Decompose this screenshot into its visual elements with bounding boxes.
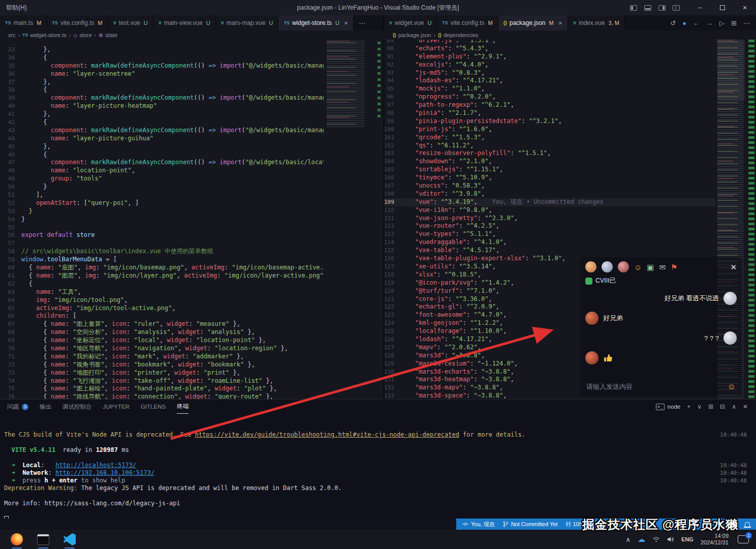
editor-tab-mars-map.vue[interactable]: Vmars-map.vueU	[216, 15, 279, 30]
run-icon[interactable]: ▷	[719, 19, 724, 27]
editor-tab-widget.vue[interactable]: Vwidget.vueU	[384, 15, 437, 30]
avatar[interactable]	[618, 261, 629, 272]
image-icon[interactable]: ▣	[647, 263, 654, 271]
tab-overflow-button[interactable]: ⋯	[354, 15, 370, 30]
blue-dot-icon[interactable]: ●	[682, 19, 686, 27]
code-line-110: 110 "vue-i18n": "^9.8.0",	[384, 206, 715, 215]
chat-overlay: ☺ ▣ ✉ ⚑ ✕ CVIII已 好兄弟 看透不说透好兄弟? ? ? 请输入发送…	[580, 257, 742, 396]
notifications-bell-icon[interactable]	[745, 522, 750, 527]
emoji-icon[interactable]: ☺	[634, 263, 642, 271]
tab-group-right: Vwidget.vueUTSvite.config.tsM{}package.j…	[384, 15, 756, 30]
editor-tab-widget-store.ts[interactable]: TSwidget-store.tsU✕	[278, 15, 354, 30]
code-line-95: 95 "mockjs": "^1.1.0",	[384, 85, 715, 93]
editor-pane-left[interactable]: 33 },34 {35 component: markRaw(defineAsy…	[0, 40, 384, 399]
close-tab-icon[interactable]: ✕	[558, 20, 562, 26]
terminal-instance[interactable]: >_ node	[656, 404, 680, 410]
editor-tab-bar: TSmain.tsMTSvite.config.tsMVtest.vueUVma…	[0, 15, 756, 30]
terminal-app-icon[interactable]	[37, 533, 50, 546]
split-terminal-icon[interactable]: ⊞	[708, 403, 713, 410]
editor-tab-vite.config.ts[interactable]: TSvite.config.tsM	[47, 15, 108, 30]
status-item[interactable]: You, 现在	[462, 521, 495, 528]
maximize-button[interactable]	[711, 0, 734, 15]
code-line-56: 56export default store	[0, 231, 324, 239]
toggle-panel-icon[interactable]	[644, 5, 651, 11]
editor-tab-main.ts[interactable]: TSmain.tsM	[0, 15, 47, 30]
status-item[interactable]: Not Committed Yet	[503, 521, 558, 527]
chat-input[interactable]: 请输入发送内容 ☺	[586, 382, 736, 391]
line-number: 58	[0, 248, 21, 256]
toggle-secondary-sidebar-icon[interactable]	[658, 5, 666, 11]
chat-header-label: CVIII已	[595, 277, 616, 285]
panel-tab-输出[interactable]: 输出	[40, 400, 51, 414]
editor-tab-test.vue[interactable]: Vtest.vueU	[108, 15, 153, 30]
breadcrumb-item-dependencies[interactable]: {}dependencies	[438, 32, 478, 38]
line-number: 34	[0, 54, 21, 62]
breadcrumb-item-src[interactable]: src	[8, 32, 16, 38]
line-number: 70	[0, 345, 21, 353]
forward-icon[interactable]: →	[706, 19, 713, 27]
browser-app-icon[interactable]	[10, 533, 23, 546]
close-tab-icon[interactable]: ✕	[344, 20, 348, 26]
breadcrumb-item-package.json[interactable]: {}package.json	[393, 32, 431, 38]
breadcrumb-label: widget-store.ts	[30, 32, 67, 38]
code-text: "vue-types": "^5.1.1",	[400, 230, 496, 238]
customize-layout-icon[interactable]	[673, 5, 680, 11]
code-line-35: 35 component: markRaw(defineAsyncCompone…	[0, 62, 324, 70]
close-chat-icon[interactable]: ✕	[730, 263, 737, 271]
new-terminal-icon[interactable]: +	[687, 403, 690, 410]
avatar[interactable]	[585, 261, 596, 272]
tray-clock[interactable]: 14:09 2024/12/31	[701, 533, 729, 546]
panel-tab-问题[interactable]: 问题3	[7, 400, 28, 414]
menu-help[interactable]: 帮助(H)	[0, 0, 33, 15]
terminal-output[interactable]: The CJS build of Vite's Node API is depr…	[0, 414, 756, 518]
panel-tabs: 问题3输出调试控制台JUPYTERGITLENS终端	[7, 400, 188, 414]
input-language[interactable]: ENG	[681, 536, 694, 542]
history-icon[interactable]: ↺	[670, 19, 676, 27]
terminal-picker-icon[interactable]: ∨	[697, 403, 702, 410]
minimap[interactable]	[327, 41, 367, 128]
line-number: 65	[0, 304, 21, 313]
editor-tab-main-view.vue[interactable]: Vmain-view.vueU	[153, 15, 216, 30]
wifi-icon[interactable]	[652, 536, 660, 542]
minimap-viewport[interactable]	[717, 41, 745, 101]
line-number: 68	[0, 328, 21, 337]
message-icon[interactable]: ✉	[659, 263, 666, 271]
more-actions-icon[interactable]: ⋯	[743, 19, 750, 27]
pin-icon[interactable]: ⚑	[671, 263, 677, 271]
editor-tab-vite.config.ts[interactable]: TSvite.config.tsM	[437, 15, 498, 30]
line-number: 74	[0, 377, 21, 385]
code-text: "mars3d-echarts": "~3.8.8",	[400, 368, 514, 376]
maximize-panel-icon[interactable]: ∧	[732, 403, 736, 410]
tray-expand-icon[interactable]: ∧	[626, 536, 631, 543]
git-status-badge: U	[269, 20, 273, 26]
panel-tab-调试控制台[interactable]: 调试控制台	[62, 400, 92, 414]
cloud-sync-icon[interactable]: ☁	[638, 535, 645, 544]
editor-tab-package.json[interactable]: {}package.jsonM✕	[498, 15, 568, 30]
kill-terminal-icon[interactable]: ⊟	[720, 403, 725, 410]
breadcrumb-label: state	[105, 32, 117, 38]
code-text: "pinia-plugin-persistedstate": "^3.2.1",	[400, 117, 562, 126]
code-line-99: 99 "pinia-plugin-persistedstate": "^3.2.…	[384, 117, 715, 126]
close-panel-icon[interactable]: ✕	[743, 403, 748, 410]
toggle-primary-sidebar-icon[interactable]	[630, 5, 637, 11]
panel-tab-GITLENS[interactable]: GITLENS	[141, 400, 166, 414]
emoji-picker-icon[interactable]: ☺	[728, 382, 736, 391]
avatar[interactable]	[602, 261, 613, 272]
notification-center-icon[interactable]: 1	[738, 535, 749, 543]
breadcrumb-item-state[interactable]: ⚙state	[99, 32, 117, 38]
vscode-app-icon[interactable]	[63, 533, 76, 546]
minimize-button[interactable]: ─	[689, 0, 711, 15]
line-number: 123	[384, 311, 400, 319]
line-number: 51	[0, 191, 21, 199]
back-icon[interactable]: ←	[693, 19, 700, 27]
file-type-icon: V	[221, 20, 224, 25]
close-window-button[interactable]: ✕	[734, 0, 756, 15]
panel-tab-JUPYTER[interactable]: JUPYTER	[103, 400, 130, 414]
split-editor-icon[interactable]: ⊞	[731, 19, 737, 27]
panel-tab-终端[interactable]: 终端	[177, 400, 188, 414]
code-text: "mars3d-heatmap": "~3.8.8",	[400, 376, 514, 384]
editor-tab-index.vue[interactable]: Vindex.vue3, M	[568, 15, 625, 30]
volume-icon[interactable]	[667, 536, 674, 542]
breadcrumb-item-store[interactable]: ◇store	[73, 32, 91, 38]
breadcrumb-item-widget-store.ts[interactable]: TSwidget-store.ts	[22, 32, 66, 38]
